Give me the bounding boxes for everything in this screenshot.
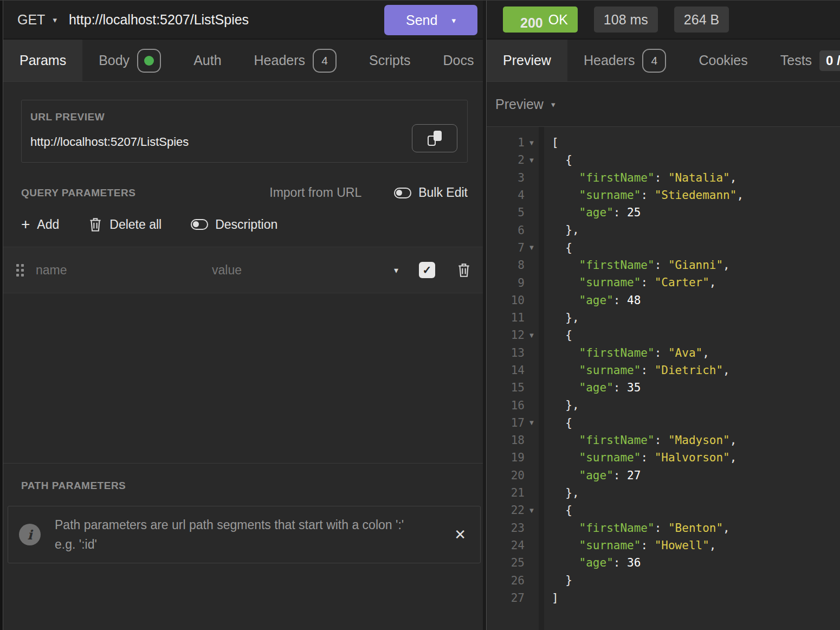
copy-url-button[interactable] bbox=[412, 124, 457, 152]
response-tab-cookies[interactable]: Cookies bbox=[682, 40, 764, 81]
response-pane: 200 OK 108 ms 264 B PreviewHeaders4Cooki… bbox=[487, 1, 840, 630]
send-button-label: Send bbox=[406, 12, 437, 28]
import-from-url-button[interactable]: Import from URL bbox=[269, 185, 361, 200]
request-pane: GET ▾ http://localhost:5207/ListSpies Se… bbox=[3, 1, 483, 630]
info-line-2: e.g. ':id' bbox=[55, 537, 97, 551]
fold-chevron-down-icon[interactable]: ▼ bbox=[525, 139, 539, 147]
method-chevron-down-icon[interactable]: ▾ bbox=[53, 16, 57, 24]
tab-label: Preview bbox=[503, 53, 551, 68]
add-param-button[interactable]: + Add bbox=[21, 217, 59, 232]
fold-chevron-down-icon[interactable]: ▼ bbox=[525, 331, 539, 339]
param-enabled-checkbox[interactable]: ✓ bbox=[419, 262, 435, 278]
line-number: 6 bbox=[487, 224, 525, 237]
request-tab-body[interactable]: Body bbox=[82, 40, 177, 81]
query-parameters-heading: QUERY PARAMETERS bbox=[21, 187, 135, 199]
line-number: 24 bbox=[487, 539, 525, 552]
response-size-badge: 264 B bbox=[674, 7, 729, 33]
line-number: 1 bbox=[487, 136, 525, 149]
fold-chevron-down-icon[interactable]: ▼ bbox=[525, 243, 539, 252]
send-button[interactable]: Send ▾ bbox=[384, 5, 477, 35]
code-line: "firstName": "Madyson", bbox=[552, 432, 840, 449]
close-icon[interactable]: ✕ bbox=[454, 526, 466, 543]
line-number: 15 bbox=[487, 381, 525, 394]
line-number: 9 bbox=[487, 277, 525, 290]
code-line: }, bbox=[552, 484, 840, 502]
path-parameters-heading: PATH PARAMETERS bbox=[3, 464, 483, 506]
tab-label: Body bbox=[99, 53, 130, 68]
code-line: "surname": "Howell", bbox=[552, 537, 840, 554]
api-client-window: GET ▾ http://localhost:5207/ListSpies Se… bbox=[0, 0, 840, 630]
tab-label: Auth bbox=[193, 53, 221, 68]
line-number: 19 bbox=[487, 451, 525, 464]
tab-label: Docs bbox=[443, 53, 474, 68]
query-parameters-actions: + Add Delete all Description bbox=[21, 216, 468, 233]
code-line: "surname": "Dietrich", bbox=[552, 362, 840, 379]
line-number: 10 bbox=[487, 294, 525, 307]
description-toggle[interactable]: Description bbox=[191, 217, 277, 232]
tab-label: Params bbox=[20, 53, 66, 68]
toggle-icon bbox=[394, 188, 411, 198]
code-line: [ bbox=[552, 134, 840, 151]
code-line: "firstName": "Ava", bbox=[552, 344, 840, 362]
drag-handle-icon[interactable] bbox=[16, 264, 24, 277]
url-preview-value: http://localhost:5207/ListSpies bbox=[30, 135, 455, 149]
request-tab-scripts[interactable]: Scripts bbox=[353, 40, 427, 81]
bulk-edit-toggle[interactable]: Bulk Edit bbox=[394, 185, 468, 200]
description-label: Description bbox=[215, 217, 277, 232]
response-body-viewer: 1▼2▼34567▼89101112▼1314151617▼1819202122… bbox=[487, 127, 840, 630]
delete-all-button[interactable]: Delete all bbox=[88, 216, 161, 233]
trash-icon bbox=[457, 262, 471, 278]
line-number: 2 bbox=[487, 153, 525, 166]
status-code: 200 bbox=[513, 8, 543, 31]
status-badge: 200 OK bbox=[503, 7, 578, 33]
line-number: 12 bbox=[487, 329, 525, 342]
tab-label: Headers bbox=[254, 53, 306, 68]
line-number: 21 bbox=[487, 486, 525, 499]
param-row: name value ▾ ✓ bbox=[3, 247, 483, 293]
preview-mode-dropdown[interactable]: Preview ▾ bbox=[487, 82, 840, 127]
count-badge: 4 bbox=[642, 49, 666, 73]
param-type-chevron-down-icon[interactable]: ▾ bbox=[394, 265, 398, 275]
response-tab-preview[interactable]: Preview bbox=[487, 40, 567, 81]
request-topbar: GET ▾ http://localhost:5207/ListSpies Se… bbox=[3, 1, 483, 40]
method-selector[interactable]: GET bbox=[17, 12, 45, 28]
bulk-edit-label: Bulk Edit bbox=[418, 185, 468, 200]
send-options-chevron-down-icon[interactable]: ▾ bbox=[451, 16, 456, 24]
code-line: }, bbox=[552, 396, 840, 414]
line-number: 18 bbox=[487, 434, 525, 447]
code-line: "firstName": "Gianni", bbox=[552, 256, 840, 274]
fold-chevron-down-icon[interactable]: ▼ bbox=[525, 419, 539, 427]
url-preview-box: URL PREVIEW http://localhost:5207/ListSp… bbox=[21, 100, 468, 163]
param-value-input[interactable]: value bbox=[212, 263, 394, 278]
request-tab-docs[interactable]: Docs bbox=[427, 40, 483, 81]
code-line: "age": 25 bbox=[552, 204, 840, 221]
fold-chevron-down-icon[interactable]: ▼ bbox=[525, 156, 539, 164]
response-tab-tests[interactable]: Tests0 / 0 bbox=[764, 40, 840, 81]
status-text: OK bbox=[548, 12, 568, 28]
info-text: Path parameters are url path segments th… bbox=[55, 515, 443, 554]
request-tab-auth[interactable]: Auth bbox=[177, 40, 237, 81]
preview-mode-label: Preview bbox=[495, 97, 544, 112]
request-tab-params[interactable]: Params bbox=[3, 40, 82, 81]
param-name-input[interactable]: name bbox=[36, 263, 212, 278]
count-badge: 0 / 0 bbox=[819, 50, 840, 71]
line-number: 4 bbox=[487, 189, 525, 202]
toggle-icon bbox=[191, 219, 208, 230]
fold-chevron-down-icon[interactable]: ▼ bbox=[525, 506, 539, 515]
pane-resize-handle[interactable] bbox=[483, 1, 487, 630]
code-line: "age": 48 bbox=[552, 292, 840, 309]
line-number: 8 bbox=[487, 259, 525, 272]
request-tab-headers[interactable]: Headers4 bbox=[238, 40, 353, 81]
code-line: "age": 35 bbox=[552, 379, 840, 396]
code-line: ] bbox=[552, 589, 840, 607]
param-delete-button[interactable] bbox=[457, 262, 471, 278]
green-dot-icon bbox=[144, 56, 154, 66]
count-badge: 4 bbox=[313, 49, 337, 73]
delete-all-label: Delete all bbox=[109, 217, 161, 232]
response-tab-headers[interactable]: Headers4 bbox=[567, 40, 683, 81]
plus-icon: + bbox=[21, 217, 30, 232]
line-number: 7 bbox=[487, 241, 525, 254]
url-preview-label: URL PREVIEW bbox=[30, 111, 455, 123]
line-number: 20 bbox=[487, 469, 525, 482]
url-input[interactable]: http://localhost:5207/ListSpies bbox=[69, 12, 249, 28]
